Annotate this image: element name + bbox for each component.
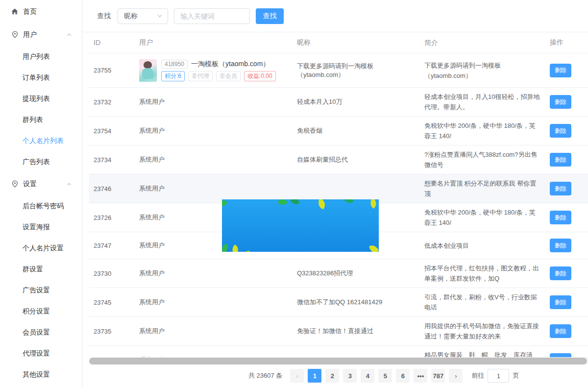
sidebar-item-label: 用户列表 xyxy=(23,52,50,61)
search-type-select[interactable]: 昵称 xyxy=(118,8,168,24)
table-row: 23745系统用户微信加不了加QQ 1621481429引流，群代发，刷粉，收V… xyxy=(89,288,588,317)
sidebar: 首页用户用户列表订单列表提现列表群列表个人名片列表广告列表设置后台帐号密码设置海… xyxy=(0,0,82,387)
cell-intro: 招本平台代理，红包扶持，图文教程，出单案例，送群发软件，加Q xyxy=(419,259,545,288)
cell-actions: 删除 xyxy=(545,120,585,142)
delete-button[interactable]: 删除 xyxy=(550,95,571,109)
sidebar-item-ad-list[interactable]: 广告列表 xyxy=(0,151,82,172)
page-button-2[interactable]: 2 xyxy=(325,369,339,383)
search-keyword-input[interactable] xyxy=(174,8,250,24)
cell-id: 23755 xyxy=(89,63,134,78)
table-row: 23754系统用户免税香烟免税软中华 200/条，硬中华 180/条，芙蓉王 1… xyxy=(89,117,588,145)
next-page-button[interactable]: › xyxy=(449,369,463,383)
cell-user: 系统用户 xyxy=(134,94,292,110)
pin-icon xyxy=(11,31,19,38)
page-button-4[interactable]: 4 xyxy=(361,369,374,383)
column-header-4: 操作 xyxy=(545,34,585,51)
goto-unit-label: 页 xyxy=(513,371,519,380)
sidebar-item-points-setting[interactable]: 积分设置 xyxy=(0,301,82,322)
cell-actions: 删除 xyxy=(545,91,585,113)
sidebar-item-group-list[interactable]: 群列表 xyxy=(0,109,82,130)
chevron-down-icon xyxy=(157,12,163,20)
cell-user: 系统用户 xyxy=(134,180,292,197)
avatar[interactable] xyxy=(139,59,157,82)
cell-nickname: 自媒体刷量招总代 xyxy=(292,151,419,168)
sidebar-item-label: 设置海报 xyxy=(23,223,50,232)
cell-user: 系统用户 xyxy=(134,122,292,139)
page-button-787[interactable]: 787 xyxy=(431,369,445,383)
cell-user: 系统用户 xyxy=(134,265,292,282)
table-row: 23735系统用户免验证！加微信！直接通过用我提供的手机号码加微信，免验证直接通… xyxy=(89,317,588,346)
cell-user: 系统用户 xyxy=(134,151,292,168)
cell-nickname: 下载更多源码请到一淘模板（ytaomb.com） xyxy=(292,58,419,83)
column-header-3: 简介 xyxy=(419,34,545,52)
cell-id: 23746 xyxy=(89,181,134,196)
sidebar-item-card-list[interactable]: 个人名片列表 xyxy=(0,130,82,151)
page-button-3[interactable]: 3 xyxy=(343,369,357,383)
sidebar-item-card-setting[interactable]: 个人名片设置 xyxy=(0,238,82,259)
goto-page-input[interactable] xyxy=(488,369,509,383)
page-button-5[interactable]: 5 xyxy=(378,369,392,383)
cell-id: 23754 xyxy=(89,123,134,139)
sidebar-item-label: 个人名片设置 xyxy=(23,244,64,253)
sidebar-item-home[interactable]: 首页 xyxy=(0,0,82,23)
sidebar-item-label: 群设置 xyxy=(23,265,43,274)
sidebar-item-label: 提现列表 xyxy=(23,95,50,103)
cell-nickname: 轻成本月入10万 xyxy=(292,94,419,110)
sidebar-item-label: 订单列表 xyxy=(23,73,50,82)
sidebar-item-user-list[interactable]: 用户列表 xyxy=(0,46,82,67)
delete-button[interactable]: 删除 xyxy=(550,239,571,252)
cell-intro: ?涨粉点赞直播间人气388zf.com?另出售微信号 xyxy=(419,145,545,174)
cell-intro: 用我提供的手机号码加微信，免验证直接通过！需要大量加好友的来 xyxy=(419,317,545,345)
delete-button[interactable]: 删除 xyxy=(550,182,571,195)
sidebar-item-other-setting[interactable]: 其他设置 xyxy=(0,364,82,385)
sidebar-item-withdraw-list[interactable]: 提现列表 xyxy=(0,88,82,109)
chevron-up-icon xyxy=(66,31,72,39)
column-header-0: ID xyxy=(89,35,134,50)
table-row: 23755418950一淘模板（ytaomb.com）积分:6非代理非会员收益:… xyxy=(89,53,588,88)
cell-id: 23732 xyxy=(89,95,134,110)
cell-actions: 删除 xyxy=(545,263,585,284)
uid-badge: 418950 xyxy=(161,60,188,69)
delete-button[interactable]: 删除 xyxy=(550,266,571,280)
sidebar-item-poster-setting[interactable]: 设置海报 xyxy=(0,217,82,238)
status-badge: 非代理 xyxy=(188,71,213,81)
delete-button[interactable]: 删除 xyxy=(550,211,571,224)
sidebar-item-agent-setting[interactable]: 代理设置 xyxy=(0,343,82,364)
cell-nickname: 微信加不了加QQ 1621481429 xyxy=(292,294,419,311)
more-pages-button[interactable]: ••• xyxy=(414,369,427,383)
cell-actions: 删除 xyxy=(545,291,585,313)
sidebar-item-label: 积分设置 xyxy=(23,307,50,316)
delete-button[interactable]: 删除 xyxy=(550,64,571,77)
table-row: 23734系统用户自媒体刷量招总代?涨粉点赞直播间人气388zf.com?另出售… xyxy=(89,145,588,174)
status-badge: 收益:0.00 xyxy=(244,71,276,81)
delete-button[interactable]: 删除 xyxy=(550,153,571,167)
column-header-2: 昵称 xyxy=(292,34,419,51)
sidebar-item-admin-account[interactable]: 后台帐号密码 xyxy=(0,195,82,217)
sidebar-item-label: 代理设置 xyxy=(23,349,50,358)
goto-label: 前往 xyxy=(471,371,484,380)
cell-actions: 删除 xyxy=(545,178,585,199)
cell-intro: 免税软中华 200/条，硬中华 180/条，芙蓉王 140/ xyxy=(419,203,545,232)
sidebar-item-group-setting[interactable]: 群设置 xyxy=(0,259,82,280)
delete-button[interactable]: 删除 xyxy=(550,324,571,338)
sidebar-item-order-list[interactable]: 订单列表 xyxy=(0,67,82,88)
horizontal-scrollbar: ◀ xyxy=(89,357,588,365)
page-button-6[interactable]: 6 xyxy=(396,369,410,383)
main-content: 查找 昵称 查找 ID用户昵称简介操作 23755418950一淘模板（ytao… xyxy=(83,0,588,387)
pin-icon xyxy=(11,180,19,188)
scrollbar-thumb[interactable] xyxy=(89,358,587,364)
sidebar-item-settings[interactable]: 设置 xyxy=(0,172,82,195)
sidebar-item-ad-setting[interactable]: 广告设置 xyxy=(0,280,82,301)
cell-actions: 删除 xyxy=(545,207,585,228)
sidebar-item-member-setting[interactable]: 会员设置 xyxy=(0,322,82,343)
prev-page-button[interactable]: ‹ xyxy=(290,369,304,383)
sidebar-item-label: 群列表 xyxy=(23,116,43,124)
delete-button[interactable]: 删除 xyxy=(550,295,571,309)
delete-button[interactable]: 删除 xyxy=(550,124,571,138)
page-button-1[interactable]: 1 xyxy=(308,369,321,383)
pagination-total: 共 23607 条 xyxy=(248,371,282,380)
search-button[interactable]: 查找 xyxy=(256,8,284,24)
pagination: 共 23607 条 ‹123456•••787› 前往 页 xyxy=(83,365,588,387)
cell-intro: 引流，群代发，刷粉，收V号，行业数据电话 xyxy=(419,288,545,316)
sidebar-item-users[interactable]: 用户 xyxy=(0,23,82,46)
